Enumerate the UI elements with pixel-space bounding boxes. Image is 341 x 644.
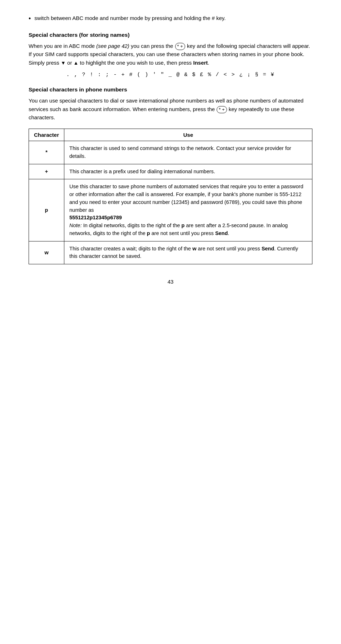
characters-table: Character Use * This character is used t…: [29, 129, 312, 264]
section2-paragraph: You can use special characters to dial o…: [29, 96, 312, 121]
char-w: w: [29, 241, 64, 264]
down-arrow-icon: ▼: [61, 60, 66, 66]
section1-paragraph: When you are in ABC mode (see page 42) y…: [29, 42, 312, 67]
star-plus-key: * +: [175, 43, 185, 50]
section1-text1: When you are in ABC mode: [29, 43, 96, 49]
use-plus-text: This character is a prefix used for dial…: [69, 169, 215, 174]
use-p-example: 5551212p12345p6789: [69, 215, 122, 220]
bullet-text: switch between ABC mode and number mode …: [34, 14, 226, 23]
section2-heading: Special characters in phone numbers: [29, 86, 312, 93]
bullet-dot: •: [29, 14, 31, 23]
section1-text2: you can press the: [129, 43, 175, 49]
up-arrow-icon: ▲: [74, 60, 79, 66]
use-w-text1: This character creates a wait; digits to…: [69, 246, 192, 251]
char-p: p: [29, 179, 64, 241]
section1-heading: Special characters (for storing names): [29, 32, 312, 38]
use-w-send: Send: [262, 246, 274, 251]
table-header-use: Use: [64, 129, 312, 141]
star-plus-key-2: * +: [217, 106, 227, 113]
section1-italic-ref: (see page 42): [96, 43, 129, 49]
char-plus: +: [29, 164, 64, 179]
to-text: to: [80, 60, 85, 66]
table-header-character: Character: [29, 129, 64, 141]
insert-word: Insert: [193, 60, 208, 66]
char-star: *: [29, 141, 64, 164]
highlight-text: highlight the one you wish to use, then …: [86, 60, 192, 66]
use-star-text: This character is used to send command s…: [69, 145, 291, 159]
use-p-end: .: [228, 230, 229, 236]
bullet-item: • switch between ABC mode and number mod…: [29, 14, 312, 23]
use-w-bold-w: w: [192, 246, 196, 251]
use-p-note-prefix: Note:: [69, 223, 82, 228]
table-row: w This character creates a wait; digits …: [29, 241, 312, 264]
special-chars-display: . , ? ! : ; - + # ( ) ' " _ @ & $ £ % / …: [29, 72, 312, 78]
use-p-note-text: In digital networks, digits to the right…: [82, 223, 182, 228]
page-number: 43: [29, 279, 312, 285]
table-row: + This character is a prefix used for di…: [29, 164, 312, 179]
or-text: or: [67, 60, 72, 66]
use-p-send: Send: [215, 230, 228, 236]
use-p-note-cont2: are not sent until you press: [150, 230, 215, 236]
use-p-text1: Use this character to save phone numbers…: [69, 184, 303, 213]
use-p: Use this character to save phone numbers…: [64, 179, 312, 241]
use-w: This character creates a wait; digits to…: [64, 241, 312, 264]
use-plus: This character is a prefix used for dial…: [64, 164, 312, 179]
table-row: p Use this character to save phone numbe…: [29, 179, 312, 241]
table-row: * This character is used to send command…: [29, 141, 312, 164]
use-star: This character is used to send command s…: [64, 141, 312, 164]
use-p-bold-p2: p: [147, 230, 150, 236]
use-w-cont: are not sent until you press: [196, 246, 261, 251]
